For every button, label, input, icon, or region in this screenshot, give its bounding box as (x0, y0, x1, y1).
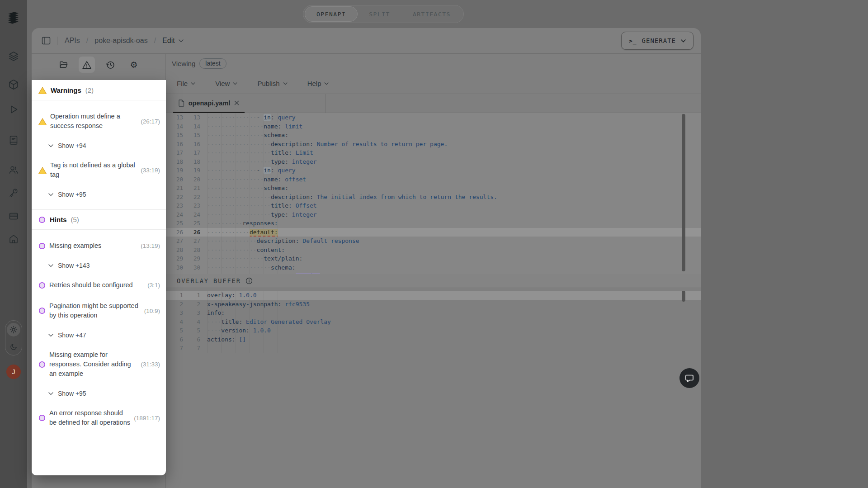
history-icon[interactable] (102, 57, 118, 73)
warning-underlined-token: default: (250, 229, 278, 237)
code-line-current: 11overlay: 1.0.0 (166, 291, 701, 300)
info-icon[interactable] (245, 277, 253, 284)
warning-triangle-icon (38, 166, 47, 174)
menu-file[interactable]: File (177, 80, 195, 87)
issue-item[interactable]: An error response should be defined for … (32, 408, 166, 427)
code-line: 2424··················type: integer (166, 210, 701, 219)
card-header: APIs / poke-apisdk-oas / Edit >_ GENERAT… (32, 28, 701, 54)
tab-bar: openapi.yaml (166, 94, 701, 113)
code-line: 1919··············- in: query (166, 166, 701, 175)
issue-position: (13:19) (141, 242, 160, 249)
hint-circle-icon (38, 414, 46, 422)
code-line: 1717··················title: Limit (166, 148, 701, 157)
docs-book-icon[interactable] (8, 135, 19, 146)
overlay-scrollbar[interactable] (682, 291, 685, 302)
issue-item[interactable]: Retries should be configured (3:1) (32, 280, 166, 290)
menu-view[interactable]: View (215, 80, 237, 87)
menu-help[interactable]: Help (307, 80, 329, 87)
code-line: 3030··················schema: (166, 263, 701, 272)
hint-circle-icon (38, 282, 46, 289)
issue-item[interactable]: Operation must define a success response… (32, 112, 166, 131)
code-text: ··················schema: (200, 263, 701, 272)
code-line: 2727··············description: Default r… (166, 237, 701, 246)
code-line: 1313··············- in: query (166, 113, 701, 122)
code-text: info: (200, 308, 701, 317)
warning-triangle-icon (38, 86, 47, 94)
code-text: ··················type: integer (200, 210, 701, 219)
code-line: 1818··················type: integer (166, 157, 701, 166)
code-line: 1616··················description: Numbe… (166, 140, 701, 149)
breadcrumb-project[interactable]: poke-apisdk-oas (94, 37, 147, 45)
show-more-link[interactable]: Show +95 (32, 390, 166, 397)
user-avatar[interactable]: J (6, 365, 21, 379)
code-text: ··············- in: query (200, 166, 701, 175)
code-text: ··················title: Offset (200, 201, 701, 210)
chevron-down-icon (324, 82, 329, 85)
tab-openapi[interactable]: OPENAPI (305, 6, 358, 22)
generate-button[interactable]: >_ GENERATE (621, 32, 693, 50)
warnings-header[interactable]: Warnings (2) (32, 80, 166, 100)
chevron-down-icon (48, 334, 53, 337)
show-more-link[interactable]: Show +143 (32, 262, 166, 269)
issue-position: (1891:17) (134, 415, 160, 422)
billing-card-icon[interactable] (8, 211, 19, 222)
overlay-buffer-header: OVERLAY BUFFER (166, 274, 701, 288)
close-icon[interactable] (234, 100, 239, 105)
code-line: 2020················name: offset (166, 175, 701, 184)
layers-icon[interactable] (8, 51, 19, 62)
issue-item[interactable]: Pagination might be supported by this op… (32, 301, 166, 320)
show-more-link[interactable]: Show +95 (32, 191, 166, 198)
code-text: ··········responses: (200, 219, 701, 228)
file-explorer-folder-icon[interactable] (55, 57, 71, 73)
editor-scrollbar[interactable] (682, 114, 685, 271)
code-line: 66actions: [] (166, 335, 701, 344)
play-icon[interactable] (8, 104, 19, 115)
hint-circle-icon (38, 242, 46, 250)
code-line: 1515················schema: (166, 131, 701, 140)
issue-position: (31:33) (141, 361, 160, 368)
show-more-link[interactable]: Show +47 (32, 332, 166, 339)
overlay-buffer-editor[interactable]: 11overlay: 1.0.0 22x-speakeasy-jsonpath:… (166, 288, 701, 353)
light-mode-sun-icon[interactable] (7, 323, 20, 336)
code-line: 55····version: 1.0.0 (166, 326, 701, 335)
menu-publish[interactable]: Publish (257, 80, 287, 87)
tab-openapi-yaml[interactable]: openapi.yaml (173, 94, 245, 113)
hints-header[interactable]: Hints (5) (32, 209, 166, 230)
speakeasy-logo-icon[interactable] (6, 10, 21, 25)
users-icon[interactable] (8, 165, 19, 175)
sidebar-toggle-icon[interactable] (42, 37, 51, 45)
code-text: ··············description: Default respo… (200, 237, 701, 246)
chevron-down-icon (283, 82, 288, 85)
tab-artifacts[interactable]: ARTIFACTS (401, 6, 462, 22)
key-icon[interactable] (8, 187, 19, 198)
code-text: ··················description: Number of… (200, 140, 701, 149)
code-text: ················name: limit (200, 122, 701, 131)
dark-mode-moon-icon[interactable] (7, 340, 20, 353)
chevron-down-icon (48, 392, 53, 395)
code-line: 2222··················description: The i… (166, 193, 701, 202)
code-text: x-speakeasy-jsonpath: rfc9535 (200, 300, 701, 309)
issues-warning-icon[interactable] (79, 57, 95, 73)
tab-split[interactable]: SPLIT (358, 6, 401, 22)
code-text: ············default: (200, 228, 701, 237)
breadcrumb-page-dropdown[interactable]: Edit (162, 37, 184, 45)
breadcrumb-separator: / (86, 37, 88, 45)
version-badge[interactable]: latest (199, 58, 226, 69)
issue-item[interactable]: Tag is not defined as a global tag (33:1… (32, 161, 166, 180)
chat-bubble-icon (685, 374, 694, 383)
home-icon[interactable] (8, 233, 19, 244)
code-line: 2323··················title: Offset (166, 201, 701, 210)
issue-item[interactable]: Missing example for responses. Consider … (32, 350, 166, 379)
breadcrumb-apis[interactable]: APIs (65, 37, 80, 45)
theme-toggle[interactable] (5, 320, 22, 355)
code-text (200, 344, 701, 353)
issues-panel: Warnings (2) Operation must define a suc… (32, 80, 166, 475)
issue-item[interactable]: Missing examples (13:19) (32, 241, 166, 251)
issue-position: (33:19) (141, 167, 160, 174)
chat-support-button[interactable] (679, 368, 699, 388)
editor-column: Viewing latest File View Publish Help op… (166, 54, 701, 488)
yaml-editor[interactable]: 1313··············- in: query 1414······… (166, 113, 701, 274)
settings-gear-icon[interactable]: ⚙ (126, 57, 142, 73)
show-more-link[interactable]: Show +94 (32, 142, 166, 149)
package-icon[interactable] (8, 79, 19, 90)
